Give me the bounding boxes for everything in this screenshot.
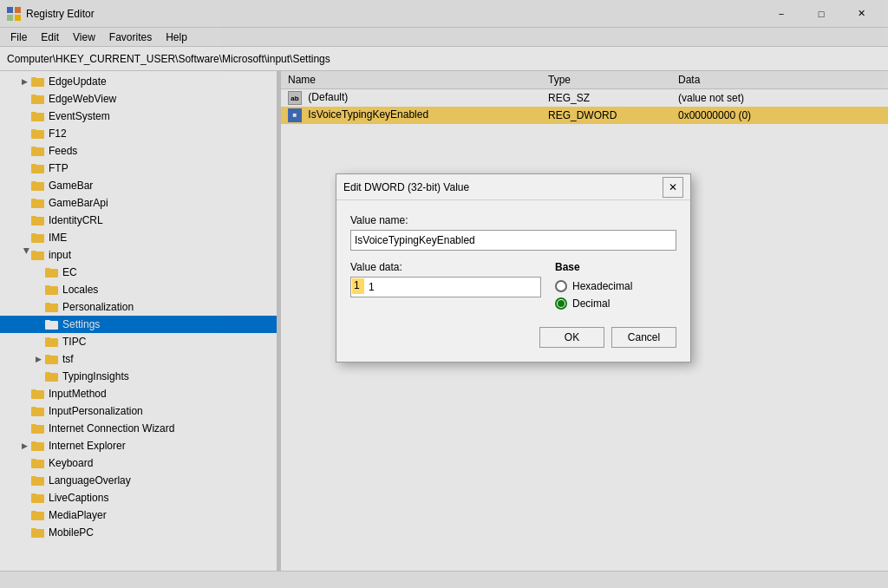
radio-decimal[interactable]: Decimal [555,297,676,310]
cancel-button[interactable]: Cancel [611,327,676,348]
base-section: Base Hexadecimal Decimal [555,261,676,310]
value-name-group: Value name: [350,214,676,251]
dialog-body: Value name: Value data: 1 Base [336,200,690,362]
dialog-overlay: Edit DWORD (32-bit) Value ✕ Value name: … [0,0,888,588]
edit-dword-dialog: Edit DWORD (32-bit) Value ✕ Value name: … [336,173,691,363]
value-data-label: Value data: [350,261,541,273]
radio-decimal-label: Decimal [572,297,610,310]
radio-hexadecimal[interactable]: Hexadecimal [555,280,676,292]
radio-decimal-circle [555,297,567,310]
base-label: Base [555,261,676,273]
value-data-input-wrap: 1 [350,277,541,297]
dialog-title: Edit DWORD (32-bit) Value [343,181,663,193]
value-data-input[interactable] [350,277,541,297]
value-name-input[interactable] [350,230,676,251]
radio-hexadecimal-label: Hexadecimal [572,280,632,292]
value-data-section: Value data: 1 [350,261,541,310]
value-name-label: Value name: [350,214,676,226]
value-data-row: Value data: 1 Base Hexadecimal [350,261,676,310]
radio-hexadecimal-circle [555,280,567,292]
ok-button[interactable]: OK [539,327,604,348]
dialog-buttons: OK Cancel [350,323,676,348]
radio-group-base: Hexadecimal Decimal [555,280,676,310]
dialog-titlebar: Edit DWORD (32-bit) Value ✕ [336,174,690,200]
dialog-close-button[interactable]: ✕ [663,177,683,198]
